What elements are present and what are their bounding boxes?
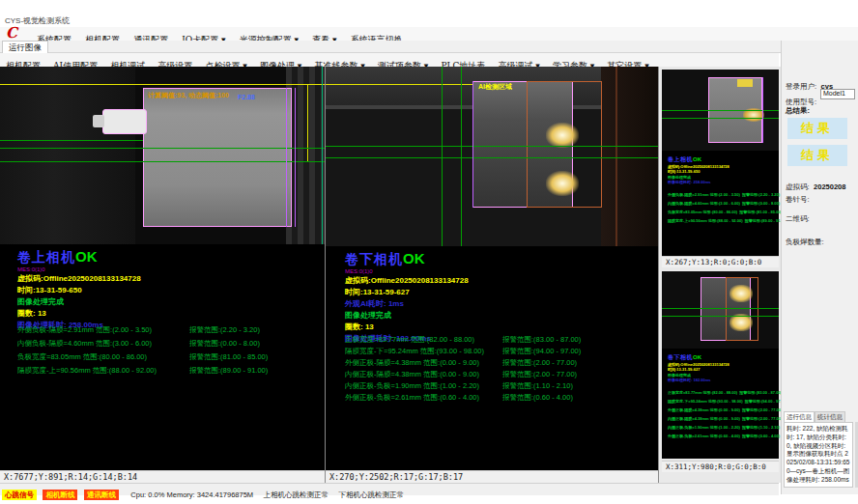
- virtual-code-label: 虚拟码:: [786, 182, 810, 191]
- yellow-guide-line: [0, 84, 325, 85]
- camera-offline-badge: 相机断线: [43, 490, 77, 500]
- mid-code-line: 虚拟码:Offline20250208133134728: [345, 275, 469, 286]
- login-user-label: 登录用户:: [786, 82, 816, 91]
- mini-top-view[interactable]: 卷上相机OK 虚拟码:Offline20250208133134728 时间:1…: [662, 70, 779, 256]
- window-title: CYS-视觉检测系统: [0, 15, 858, 27]
- mid-turns-line: 圈数: 13: [345, 322, 469, 332]
- glow-spot: [546, 171, 579, 196]
- left-camera-view[interactable]: 计算阈值:93, 动态阈值:100 F2.88 卷上相机OK MES:0(1)0…: [0, 67, 325, 470]
- left-camera-status: OK: [75, 248, 98, 265]
- app-logo-icon: C: [6, 24, 29, 40]
- run-info-log[interactable]: 耗时: 222, 缺陷检测耗时: 17, 缺陷分类耗时: 0, 缺陷视频分区耗时…: [784, 422, 853, 488]
- status-bar: 心跳信号 相机断线 通讯断线 Cpu: 0.0% Memory: 3424.41…: [0, 483, 779, 495]
- connector-part: [102, 109, 147, 134]
- lower-camera-heartbeat-status: 下相机心跳检测正常: [339, 490, 405, 500]
- mid-ai-line: 外观AI耗时: 1ms: [345, 298, 469, 309]
- left-mes-line: MES:0(1)0: [17, 266, 141, 272]
- glow-spot: [546, 123, 579, 148]
- left-camera-title: 卷上相机: [17, 249, 75, 265]
- total-result-label: 总结果:: [786, 106, 810, 116]
- mini-top-text: 卷上相机OK 虚拟码:Offline20250208133134728 时间:1…: [668, 154, 788, 224]
- mini-glow: [737, 79, 753, 87]
- mid-camera-status: OK: [403, 250, 425, 266]
- virtual-code-value: 20250208: [814, 182, 845, 191]
- needle-label: 卷针号:: [786, 195, 810, 205]
- mini-bottom-view[interactable]: 卷下相机OK 虚拟码:Offline20250208133134728 时间:1…: [662, 271, 779, 459]
- blue-tag-label: F2.88: [238, 94, 255, 100]
- mid-time-line: 时间:13-31-59-627: [345, 287, 469, 297]
- mid-camera-image: AI检测区域: [326, 67, 658, 246]
- mini-top-coord-bar: X:267;Y:13;R:0;G:0;B:0: [662, 256, 779, 267]
- cpu-memory-status: Cpu: 0.0% Memory: 3424.41796875M: [130, 490, 253, 499]
- side-tabs: 运行信息统计信息报警信息: [784, 411, 858, 422]
- ai-region-label: AI检测区域: [478, 82, 512, 92]
- cell-region-overlay: 计算阈值:93, 动态阈值:100: [143, 88, 292, 227]
- mid-done-line: 图像处理完成: [345, 310, 469, 321]
- model-select[interactable]: Model1: [820, 89, 855, 99]
- left-coord-bar: X:7677;Y:891;R:14;G:14;B:14: [0, 470, 325, 483]
- mini-bottom-text: 卷下相机OK 虚拟码:Offline20250208133134728 时间:1…: [668, 352, 788, 439]
- measure-line: [0, 148, 325, 149]
- mini-bottom-coord-bar: X:311;Y:980;R:0;G:0;B:0: [662, 461, 779, 472]
- tab-strip: 运行图像: [0, 41, 858, 53]
- left-turns-line: 圈数: 13: [17, 308, 141, 319]
- mid-camera-view[interactable]: AI检测区域 卷下相机OK MES:0(1)0 虚拟码:Offline20250…: [326, 67, 658, 470]
- menu-bar: C 系统配置 相机配置 通讯配置 IO卡配置 ▾ 光源控制配置 ▾ 查看 ▾ 系…: [0, 27, 858, 41]
- mid-mes-line: MES:0(1)0: [345, 268, 469, 274]
- mid-camera-title: 卷下相机: [345, 251, 403, 266]
- mini-bottom-image: [662, 271, 779, 349]
- mini-panel-column: 卷上相机OK 虚拟码:Offline20250208133134728 时间:1…: [659, 67, 781, 483]
- app-window: CYS-视觉检测系统 C 系统配置 相机配置 通讯配置 IO卡配置 ▾ 光源控制…: [0, 0, 858, 504]
- comm-offline-badge: 通讯断线: [84, 490, 119, 500]
- toolbar: 相机配置 AI使用配置 相机调试 高级设置 点检设置 ▾ 图像处理 ▾ 基准线参…: [0, 53, 779, 67]
- side-panel: 登录用户: cys 使用型号: Model1 总结果: 结果 结果 虚拟码: 2…: [781, 41, 858, 494]
- upper-camera-heartbeat-status: 上相机心跳检测正常: [264, 490, 329, 500]
- heartbeat-badge: 心跳信号: [2, 490, 37, 500]
- threshold-overlay-label: 计算阈值:93, 动态阈值:100: [148, 91, 229, 100]
- negative-weld-count-label: 负极焊数量:: [786, 238, 824, 247]
- mid-coord-bar: X:270;Y:2502;R:17;G:17;B:17: [326, 470, 658, 483]
- result-box-2: 结果: [787, 145, 847, 166]
- left-code-line: 虚拟码:Offline20250208133134728: [17, 273, 141, 284]
- tab-run-image[interactable]: 运行图像: [2, 41, 48, 53]
- model-label: 使用型号:: [786, 98, 816, 106]
- qrcode-label: 二维码:: [786, 214, 810, 224]
- mini-top-image: [662, 70, 779, 151]
- left-time-line: 时间:13-31-59-650: [17, 285, 141, 295]
- result-box-1: 结果: [787, 118, 847, 139]
- left-done-line: 图像处理完成: [17, 296, 141, 307]
- left-camera-image: 计算阈值:93, 动态阈值:100 F2.88: [0, 67, 325, 244]
